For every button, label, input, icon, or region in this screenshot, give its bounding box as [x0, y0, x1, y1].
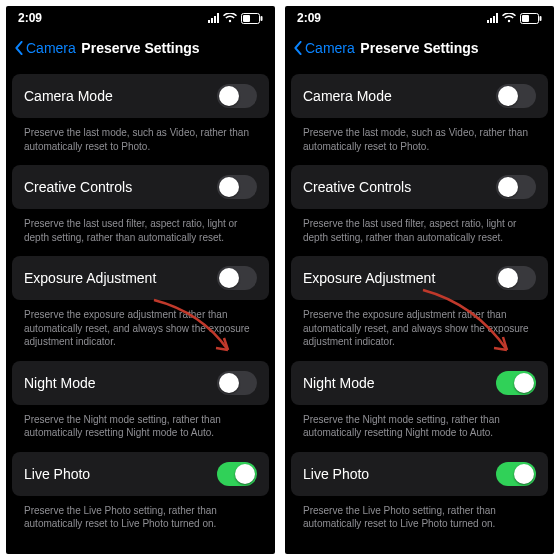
toggle-live-photo[interactable] [217, 462, 257, 486]
toggle-camera-mode[interactable] [217, 84, 257, 108]
cellular-icon [208, 13, 219, 23]
row-night-mode[interactable]: Night Mode [12, 361, 269, 405]
row-footer: Preserve the last mode, such as Video, r… [291, 122, 548, 165]
wifi-icon [502, 13, 516, 23]
toggle-exposure-adjustment[interactable] [217, 266, 257, 290]
row-footer: Preserve the Night mode setting, rather … [12, 409, 269, 452]
status-right [487, 13, 542, 24]
row-label: Night Mode [303, 375, 375, 391]
row-label: Camera Mode [24, 88, 113, 104]
toggle-creative-controls[interactable] [217, 175, 257, 199]
phone-pane-left: 2:09 Camera Preserve Settings Camera Mod… [6, 6, 275, 554]
toggle-camera-mode[interactable] [496, 84, 536, 108]
row-camera-mode[interactable]: Camera Mode [291, 74, 548, 118]
row-exposure-adjustment[interactable]: Exposure Adjustment [12, 256, 269, 300]
battery-icon [241, 13, 263, 24]
row-creative-controls[interactable]: Creative Controls [291, 165, 548, 209]
row-label: Exposure Adjustment [24, 270, 156, 286]
row-live-photo[interactable]: Live Photo [291, 452, 548, 496]
status-right [208, 13, 263, 24]
nav-bar: Camera Preserve Settings [6, 30, 275, 66]
row-footer: Preserve the last used filter, aspect ra… [12, 213, 269, 256]
row-night-mode[interactable]: Night Mode [291, 361, 548, 405]
back-button[interactable]: Camera [14, 40, 76, 56]
nav-bar: Camera Preserve Settings [285, 30, 554, 66]
svg-rect-1 [243, 15, 250, 22]
row-label: Live Photo [24, 466, 90, 482]
back-label: Camera [26, 40, 76, 56]
row-label: Live Photo [303, 466, 369, 482]
back-label: Camera [305, 40, 355, 56]
row-footer: Preserve the exposure adjustment rather … [12, 304, 269, 361]
status-bar: 2:09 [285, 6, 554, 30]
row-live-photo[interactable]: Live Photo [12, 452, 269, 496]
row-footer: Preserve the last mode, such as Video, r… [12, 122, 269, 165]
status-time: 2:09 [18, 11, 42, 25]
row-label: Night Mode [24, 375, 96, 391]
row-label: Creative Controls [24, 179, 132, 195]
row-footer: Preserve the Live Photo setting, rather … [291, 500, 548, 543]
row-footer: Preserve the Night mode setting, rather … [291, 409, 548, 452]
battery-icon [520, 13, 542, 24]
row-footer: Preserve the last used filter, aspect ra… [291, 213, 548, 256]
chevron-left-icon [293, 41, 303, 55]
wifi-icon [223, 13, 237, 23]
phone-pane-right: 2:09 Camera Preserve Settings Camera Mod… [285, 6, 554, 554]
row-footer: Preserve the exposure adjustment rather … [291, 304, 548, 361]
row-label: Camera Mode [303, 88, 392, 104]
svg-rect-2 [261, 16, 263, 21]
back-button[interactable]: Camera [293, 40, 355, 56]
row-label: Exposure Adjustment [303, 270, 435, 286]
settings-list: Camera Mode Preserve the last mode, such… [285, 74, 554, 543]
row-footer: Preserve the Live Photo setting, rather … [12, 500, 269, 543]
row-creative-controls[interactable]: Creative Controls [12, 165, 269, 209]
status-bar: 2:09 [6, 6, 275, 30]
toggle-night-mode[interactable] [496, 371, 536, 395]
toggle-exposure-adjustment[interactable] [496, 266, 536, 290]
toggle-creative-controls[interactable] [496, 175, 536, 199]
chevron-left-icon [14, 41, 24, 55]
row-label: Creative Controls [303, 179, 411, 195]
cellular-icon [487, 13, 498, 23]
svg-rect-5 [540, 16, 542, 21]
status-time: 2:09 [297, 11, 321, 25]
svg-rect-4 [522, 15, 529, 22]
settings-list: Camera Mode Preserve the last mode, such… [6, 74, 275, 543]
row-exposure-adjustment[interactable]: Exposure Adjustment [291, 256, 548, 300]
toggle-night-mode[interactable] [217, 371, 257, 395]
row-camera-mode[interactable]: Camera Mode [12, 74, 269, 118]
toggle-live-photo[interactable] [496, 462, 536, 486]
